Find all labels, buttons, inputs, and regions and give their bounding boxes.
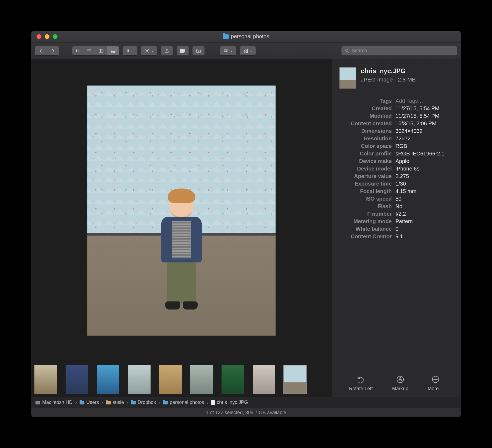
metadata-list: TagsAdd Tags… Created11/27/15, 5:54 PM M…	[339, 98, 453, 240]
toolbar: ⠿ ⠿⌄ ⌄ ⌄ ⌄	[31, 42, 461, 59]
thumbnail-8[interactable]	[253, 365, 275, 394]
svg-rect-6	[111, 49, 115, 51]
main-area: chris_nyc.JPG JPEG Image - 2.8 MB TagsAd…	[31, 59, 461, 397]
iso-value: 80	[395, 196, 401, 202]
path-file[interactable]: chris_nyc.JPG	[211, 400, 248, 405]
list-view-button[interactable]	[83, 46, 95, 55]
color-space-value: RGB	[395, 143, 407, 149]
svg-point-21	[434, 379, 435, 380]
photo-subject	[157, 193, 206, 305]
back-button[interactable]	[35, 46, 47, 55]
thumbnail-6[interactable]	[190, 365, 213, 394]
svg-point-23	[437, 379, 437, 380]
color-profile-label: Color profile	[339, 151, 392, 157]
more-label: More…	[428, 386, 444, 392]
search-input[interactable]	[352, 48, 454, 54]
modified-label: Modified	[339, 113, 392, 119]
thumbnail-9-selected[interactable]	[284, 365, 306, 394]
column-view-button[interactable]	[95, 46, 107, 55]
dropbox-sync-button[interactable]: ⌄	[240, 46, 256, 55]
svg-rect-16	[246, 51, 248, 52]
share-button[interactable]	[161, 46, 173, 55]
path-user[interactable]: susie	[106, 400, 124, 405]
svg-line-18	[348, 51, 349, 53]
folder-icon	[131, 401, 136, 404]
folder-icon	[223, 34, 229, 39]
fnumber-value: f/2.2	[395, 211, 406, 217]
svg-rect-14	[246, 49, 248, 50]
thumbnail-strip	[31, 362, 331, 397]
svg-point-10	[146, 50, 148, 52]
metering-label: Metering mode	[339, 218, 392, 225]
thumbnail-4[interactable]	[128, 365, 151, 394]
gallery-view-button[interactable]	[107, 46, 119, 55]
minimize-window-button[interactable]	[45, 34, 49, 39]
folder-icon	[163, 401, 168, 404]
thumbnail-7[interactable]	[222, 365, 244, 394]
action-menu-button[interactable]: ⌄	[141, 46, 157, 55]
svg-rect-13	[244, 49, 245, 50]
white-balance-value: 0	[395, 226, 398, 232]
dimensions-label: Dimensions	[339, 128, 392, 134]
rotate-left-button[interactable]: Rotate Left	[349, 375, 373, 392]
dimensions-value: 3024×4032	[395, 128, 423, 134]
more-actions-button[interactable]: More…	[428, 375, 444, 392]
folder-icon	[80, 401, 84, 404]
markup-icon	[396, 375, 405, 384]
svg-point-22	[435, 379, 436, 380]
close-window-button[interactable]	[37, 34, 41, 39]
new-folder-button[interactable]	[192, 46, 205, 55]
path-bar: Macintosh HD › Users › susie › Dropbox ›…	[31, 397, 461, 408]
metering-value: Pattern	[395, 218, 413, 225]
hd-icon	[35, 401, 40, 404]
path-users[interactable]: Users	[80, 400, 99, 405]
focal-label: Focal length	[339, 188, 392, 194]
tags-button[interactable]	[177, 46, 189, 55]
resolution-value: 72×72	[395, 136, 411, 142]
svg-rect-3	[99, 49, 103, 52]
preview-pane	[31, 59, 332, 397]
search-field[interactable]	[341, 46, 457, 55]
color-profile-value: sRGB IEC61966-2.1	[395, 151, 444, 157]
modified-value: 11/27/15, 5:54 PM	[395, 113, 439, 119]
path-hd[interactable]: Macintosh HD	[35, 400, 73, 405]
focal-value: 4.15 mm	[395, 188, 416, 194]
iso-label: ISO speed	[339, 196, 392, 202]
fullscreen-window-button[interactable]	[53, 34, 58, 39]
content-created-label: Content created	[339, 120, 392, 127]
markup-button[interactable]: Markup	[392, 375, 408, 392]
device-make-label: Device make	[339, 158, 392, 164]
aperture-value: 2.275	[395, 173, 409, 179]
preview-area	[31, 59, 331, 362]
forward-button[interactable]	[47, 46, 59, 55]
thumbnail-1[interactable]	[34, 365, 57, 394]
file-subtitle: JPEG Image - 2.8 MB	[361, 76, 416, 83]
exposure-label: Exposure time	[339, 181, 392, 187]
thumbnail-5[interactable]	[159, 365, 182, 394]
thumbnail-3[interactable]	[97, 365, 119, 394]
color-space-label: Color space	[339, 143, 392, 149]
preview-image[interactable]	[87, 86, 276, 336]
created-label: Created	[339, 105, 392, 112]
file-icon	[211, 400, 215, 405]
thumbnail-2[interactable]	[66, 365, 88, 394]
group-by-button[interactable]: ⠿⌄	[123, 46, 137, 55]
svg-rect-15	[244, 51, 245, 52]
path-dropbox[interactable]: Dropbox	[131, 400, 156, 405]
aperture-label: Aperture value	[339, 173, 392, 179]
path-folder[interactable]: personal photos	[163, 400, 204, 405]
file-name: chris_nyc.JPG	[361, 67, 416, 75]
dropbox-button[interactable]: ⌄	[220, 46, 236, 55]
tags-input[interactable]: Add Tags…	[395, 98, 423, 104]
traffic-lights	[31, 34, 58, 39]
window-title: personal photos	[31, 33, 461, 40]
created-value: 11/27/15, 5:54 PM	[395, 105, 439, 112]
tag-icon	[180, 49, 185, 53]
window-title-text: personal photos	[231, 33, 269, 40]
content-creator-label: Content Creator	[339, 233, 392, 240]
device-model-value: iPhone 6s	[395, 166, 419, 172]
status-text: 1 of 122 selected, 308.7 GB available	[206, 410, 286, 415]
svg-rect-9	[114, 52, 115, 53]
icon-view-button[interactable]: ⠿	[72, 46, 83, 55]
rotate-icon	[356, 375, 365, 384]
